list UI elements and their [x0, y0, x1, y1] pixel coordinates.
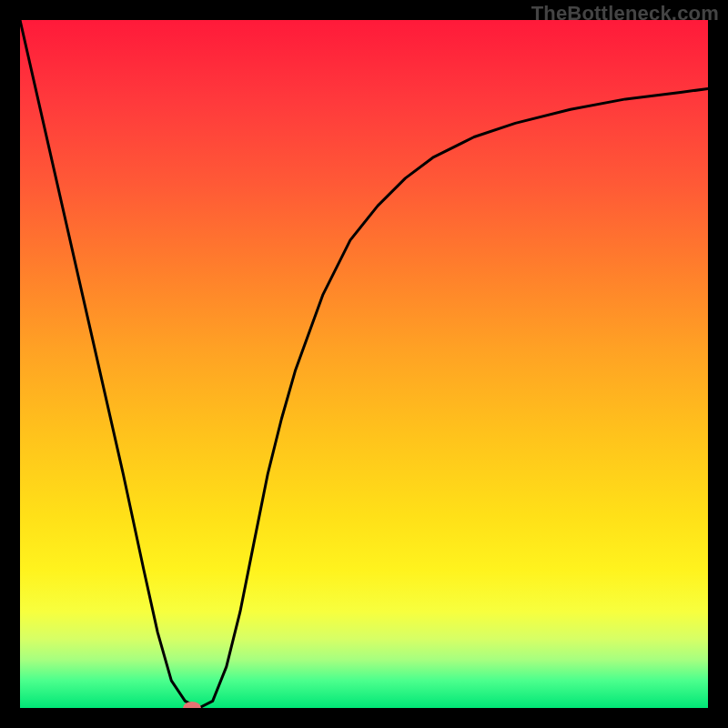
- chart-frame: TheBottleneck.com: [0, 0, 728, 728]
- chart-plot-area: [20, 20, 708, 708]
- chart-svg: [20, 20, 708, 708]
- marker-layer: [183, 702, 201, 708]
- bottleneck-curve-path: [20, 20, 708, 708]
- chart-marker: [183, 702, 201, 708]
- watermark-text: TheBottleneck.com: [531, 2, 719, 25]
- curve-layer: [20, 20, 708, 708]
